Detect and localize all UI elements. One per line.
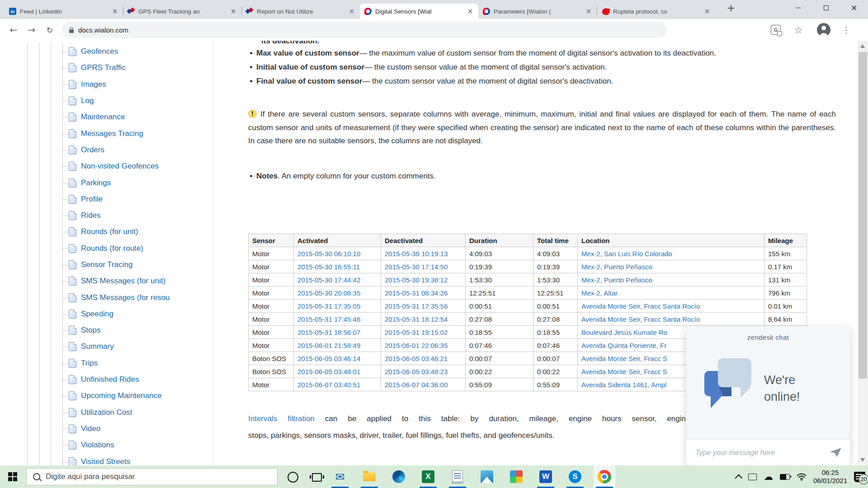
sidebar-item[interactable]: Maintenance	[0, 109, 212, 125]
table-cell-link[interactable]: 2015-06-01 21:58:49	[294, 339, 381, 352]
table-cell-link[interactable]: 2015-06-05 03:46:14	[294, 352, 381, 365]
sidebar-item[interactable]: Orders	[0, 142, 212, 158]
table-cell-link[interactable]: Avenida Monte Seir, Fracc Santa Rocío	[578, 300, 764, 313]
reload-button[interactable]: ↻	[42, 23, 57, 37]
browser-tab[interactable]: Report on Not Utilize×	[241, 4, 360, 19]
tab-close-icon[interactable]: ×	[585, 7, 592, 15]
table-cell-link[interactable]: 2015-05-31 18:56:07	[294, 326, 381, 339]
sidebar-item[interactable]: Rounds (for unit)	[0, 224, 212, 240]
translate-icon[interactable]: G	[769, 23, 783, 37]
browser-tab[interactable]: GPS Fleet Tracking an×	[123, 4, 241, 19]
table-cell-link[interactable]: 2015-05-31 19:15:02	[381, 326, 466, 339]
profile-avatar[interactable]	[816, 23, 831, 37]
sidebar-item[interactable]: Speeding	[0, 306, 212, 322]
address-bar[interactable]: docs.wialon.com	[62, 22, 667, 38]
sidebar-item[interactable]: Summary	[0, 338, 212, 355]
excel-app-icon[interactable]: X	[417, 465, 439, 488]
sidebar-item[interactable]: Messages Tracing	[0, 125, 212, 141]
browser-tab[interactable]: Ruptela protocol, co×	[597, 4, 715, 19]
table-cell-link[interactable]: 2015-06-01 22:06:35	[381, 339, 466, 352]
table-cell-link[interactable]: Avenida Monte Seir, Fracc Santa Rocío	[578, 313, 764, 326]
table-cell-link[interactable]: 2015-05-30 17:44:42	[294, 273, 381, 286]
intervals-filtration-link[interactable]: Intervals filtration	[248, 414, 315, 423]
scrollbar-up-arrow[interactable]	[860, 44, 865, 48]
tab-close-icon[interactable]: ×	[703, 7, 711, 15]
onedrive-cloud-icon[interactable]: ☁	[764, 472, 773, 482]
sidebar-item[interactable]: Trips	[0, 355, 212, 371]
sidebar-item[interactable]: Unfinished Rides	[0, 371, 212, 388]
table-cell-link[interactable]: 2015-05-30 19:38:12	[381, 273, 466, 286]
page-scrollbar[interactable]	[858, 41, 868, 465]
table-cell-link[interactable]: 2015-05-30 06:10:10	[294, 247, 381, 260]
tab-close-icon[interactable]: ×	[111, 7, 118, 15]
sidebar-item[interactable]: Utilization Cost	[0, 404, 212, 421]
table-cell-link[interactable]: 2015-06-07 04:36:00	[381, 378, 466, 391]
table-cell-link[interactable]: 2015-06-05 03:48:23	[381, 365, 466, 378]
table-cell-link[interactable]: Mex-2, Puerto Peñasco	[578, 273, 764, 286]
skype-app-icon[interactable]: S	[564, 465, 586, 488]
table-cell-link[interactable]: 2015-06-05 03:46:21	[381, 352, 466, 365]
sidebar-item[interactable]: Visited Streets	[0, 453, 212, 465]
chrome-app-icon[interactable]	[594, 465, 615, 488]
table-cell-link[interactable]: Mex-2, Altar	[578, 286, 764, 300]
wifi-icon[interactable]	[797, 473, 807, 481]
send-icon[interactable]	[830, 448, 842, 458]
tab-close-icon[interactable]: ×	[348, 7, 355, 15]
sidebar-item[interactable]: SMS Messages (for unit)	[0, 273, 212, 289]
table-cell-link[interactable]: 2015-05-30 10:19:13	[381, 247, 466, 260]
back-button[interactable]: ←	[6, 23, 21, 37]
sidebar-item[interactable]: Sensor Tracing	[0, 257, 212, 273]
window-restore-button[interactable]	[812, 0, 840, 15]
sidebar-item[interactable]: Geofences	[0, 43, 212, 60]
photos-app-app-icon[interactable]	[476, 465, 498, 488]
sidebar-item[interactable]: Upcoming Maintenance	[0, 388, 212, 404]
tab-close-icon[interactable]: ×	[467, 7, 474, 15]
sidebar-item[interactable]: SMS Messages (for resou	[0, 289, 212, 305]
table-cell-link[interactable]: 2015-06-05 03:48:01	[294, 365, 381, 378]
word-app-icon[interactable]: W	[535, 465, 557, 488]
taskbar-search-box[interactable]: Digite aqui para pesquisar	[26, 468, 278, 485]
edge-app-icon[interactable]	[388, 465, 410, 488]
sidebar-item[interactable]: Video	[0, 421, 212, 437]
cortana-icon[interactable]	[288, 472, 298, 483]
scrollbar-down-arrow[interactable]	[860, 458, 865, 462]
table-cell-link[interactable]: Mex-2, Puerto Peñasco	[578, 260, 764, 273]
battery-icon[interactable]	[780, 474, 790, 480]
sidebar-item[interactable]: Non-visited Geofences	[0, 158, 212, 174]
paint-app-app-icon[interactable]	[505, 465, 527, 488]
chat-message-input[interactable]	[694, 448, 830, 457]
sidebar-item[interactable]: Parkings	[0, 174, 212, 191]
document-app-app-icon[interactable]	[447, 465, 468, 488]
sidebar-item[interactable]: Violations	[0, 437, 212, 453]
sidebar-item[interactable]: Rides	[0, 207, 212, 224]
sidebar-item[interactable]: Stops	[0, 322, 212, 338]
new-tab-button[interactable]: +	[723, 0, 739, 15]
browser-tab[interactable]: Parameters [Wialon (×	[478, 4, 597, 19]
action-center-icon[interactable]: 20	[854, 472, 865, 482]
start-button[interactable]	[8, 472, 17, 481]
sidebar-item[interactable]: Images	[0, 76, 212, 93]
scrollbar-thumb[interactable]	[859, 52, 867, 379]
table-cell-link[interactable]: 2015-06-07 03:40:51	[294, 378, 381, 391]
browser-tab[interactable]: inFeed | LinkedIn×	[5, 4, 123, 19]
sidebar-item[interactable]: GPRS Traffic	[0, 60, 212, 76]
cast-icon[interactable]	[748, 474, 757, 480]
table-cell-link[interactable]: 2015-05-31 08:34:26	[381, 286, 466, 300]
taskbar-clock[interactable]: 06:25 06/01/2021	[813, 469, 847, 485]
table-cell-link[interactable]: 2015-05-30 20:08:35	[294, 286, 381, 300]
window-close-button[interactable]: ×	[840, 0, 868, 15]
sidebar-item[interactable]: Log	[0, 93, 212, 109]
file-explorer-app-icon[interactable]	[359, 465, 380, 488]
sidebar-item[interactable]: Profile	[0, 191, 212, 207]
table-cell-link[interactable]: 2015-05-31 18:12:54	[381, 313, 466, 326]
table-cell-link[interactable]: 2015-05-31 17:35:05	[294, 300, 381, 313]
forward-button[interactable]: →	[24, 23, 39, 37]
bookmark-star-icon[interactable]: ☆	[791, 23, 806, 37]
table-cell-link[interactable]: Mex-2, San Luis Río Colorado	[578, 247, 764, 260]
window-minimize-button[interactable]	[784, 0, 812, 15]
sidebar-item[interactable]: Rounds (for route)	[0, 240, 212, 257]
table-cell-link[interactable]: 2015-05-30 17:14:50	[381, 260, 466, 273]
browser-tab[interactable]: Digital Sensors [Wial×	[360, 4, 478, 19]
table-cell-link[interactable]: 2015-05-31 17:35:56	[381, 300, 466, 313]
table-cell-link[interactable]: 2015-05-30 16:55:11	[294, 260, 381, 273]
